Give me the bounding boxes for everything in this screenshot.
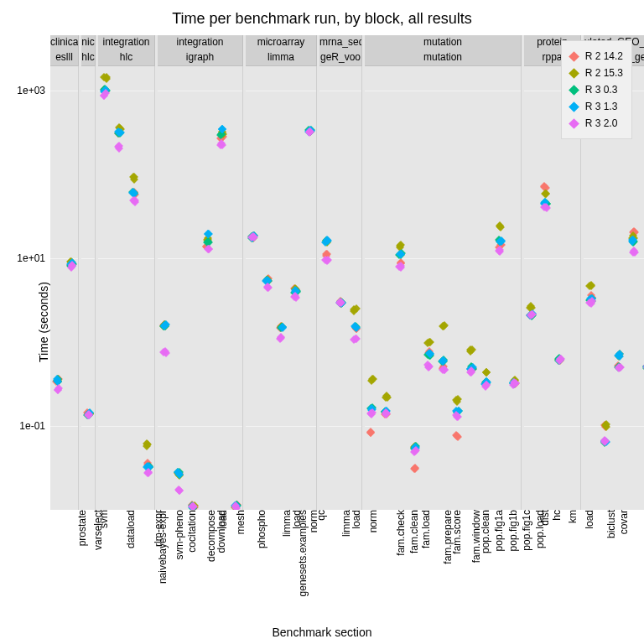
data-point <box>263 283 272 291</box>
facet-strip-bottom: hlc <box>98 50 155 66</box>
facet-strip-top: mrna_seq <box>319 35 362 51</box>
x-tick-label: svm-pheno <box>173 510 184 559</box>
legend-label: R 3 2.0 <box>585 117 618 129</box>
grid-line <box>319 91 361 91</box>
x-tick-label: pop.clean <box>480 510 491 553</box>
facet-column: integrationhlcdataloadnaivebayes-exprrlm… <box>98 35 155 510</box>
grid-line <box>365 91 521 91</box>
facet-column: nichlcsvm <box>81 35 96 510</box>
facet-column: microarraylimmagenesets.exampleslimmaloa… <box>246 35 317 510</box>
facet-panel <box>319 65 362 510</box>
facet-strip-top: integration <box>158 35 243 51</box>
x-tick-label: phospho <box>256 510 267 548</box>
facet-panel <box>98 65 155 510</box>
grid-line <box>50 426 78 427</box>
facet-strip-bottom: geR_voo <box>319 50 362 66</box>
facet-panel <box>365 65 522 510</box>
facet-panel <box>81 65 96 510</box>
facet-strip-top: clinical <box>50 35 79 51</box>
y-axis-label: Time (seconds) <box>37 282 50 362</box>
x-tick-label: fam.score <box>451 510 463 554</box>
legend-item: R 3 0.3 <box>569 81 623 98</box>
grid-line <box>158 258 242 259</box>
facet-panel <box>158 65 243 510</box>
grid-line <box>365 426 521 427</box>
x-tick-label: qc <box>315 510 327 521</box>
x-tick-label: mesh <box>234 510 246 534</box>
x-tick-label: pop.fig1a <box>492 510 504 551</box>
grid-line <box>98 426 154 427</box>
legend-label: R 2 14.2 <box>585 50 623 62</box>
grid-line <box>50 258 78 259</box>
facet-strip-top: nic <box>81 35 96 51</box>
facet-columns: clinicaleslllprostatevarselectnichlcsvmi… <box>50 35 636 510</box>
x-tick-label: load <box>584 510 595 529</box>
y-tick-label: 1e-01 <box>19 420 50 432</box>
legend-item: R 3 1.3 <box>569 98 623 115</box>
legend-swatch <box>569 68 579 79</box>
grid-line <box>524 426 580 427</box>
y-tick-label: 1e+03 <box>17 85 50 96</box>
grid-line <box>81 91 95 91</box>
facet-panel <box>50 65 79 510</box>
x-tick-label: dataload <box>125 510 137 548</box>
grid-line <box>584 426 644 427</box>
legend-item: R 2 14.2 <box>569 48 623 65</box>
facet-strip-top: integration <box>98 35 155 51</box>
x-tick-label: prostate <box>75 510 87 546</box>
x-tick-label: fam.clean <box>408 510 420 553</box>
x-tick-label: km <box>567 510 579 523</box>
facet-column: integrationigraphcocitationdecomposedown… <box>158 35 243 510</box>
x-axis-label: Benchmark section <box>0 626 644 639</box>
x-tick-label: hc <box>551 510 563 521</box>
legend-swatch <box>569 101 579 112</box>
grid-line <box>319 426 361 427</box>
x-tick-label: load <box>217 510 229 529</box>
facet-column: mrna_seqgeR_voolimmaloadnorm <box>319 35 362 510</box>
facet-strip-top: microarray <box>246 35 317 51</box>
grid-line <box>158 91 242 91</box>
legend-label: R 3 1.3 <box>585 101 618 112</box>
legend-swatch <box>569 51 579 62</box>
grid-line <box>524 258 580 259</box>
grid-line <box>81 258 95 259</box>
x-tick-label: fam.check <box>395 510 407 556</box>
data-point <box>482 368 491 377</box>
facet-strip-bottom: limma <box>246 50 317 66</box>
x-tick-label: cocitation <box>186 510 198 553</box>
x-tick-label: biclust <box>605 510 617 538</box>
grid-line <box>50 91 78 91</box>
facet-strip-bottom: hlc <box>81 50 96 66</box>
legend-item: R 3 2.0 <box>569 115 623 132</box>
y-tick-label: 1e+01 <box>17 252 50 264</box>
chart-stage: Time per benchmark run, by block, all re… <box>0 0 644 644</box>
x-tick-label: fam.load <box>420 510 432 548</box>
facet-strip-bottom: mutation <box>365 50 522 66</box>
legend: R 2 14.2R 2 15.3R 3 0.3R 3 1.3R 3 2.0 <box>561 40 632 139</box>
x-tick-label: covar <box>617 510 629 534</box>
facet-strip-top: mutation <box>365 35 522 51</box>
grid-line <box>81 426 95 427</box>
legend-label: R 2 15.3 <box>585 67 623 79</box>
x-tick-label: dist <box>539 510 551 526</box>
grid-line <box>158 426 242 427</box>
legend-item: R 2 15.3 <box>569 65 623 81</box>
grid-line <box>246 91 316 91</box>
grid-line <box>246 426 316 427</box>
legend-swatch <box>569 118 579 129</box>
x-tick-label: rlm-expr <box>153 510 164 547</box>
grid-line <box>246 258 316 259</box>
facet-column: clinicaleslllprostatevarselect <box>50 35 79 510</box>
x-tick-label: pop.fig1b <box>506 510 518 551</box>
facet-column: mutationmutationfam.checkfam.cleanfam.lo… <box>365 35 522 510</box>
grid-line <box>365 258 521 259</box>
plot-title: Time per benchmark run, by block, all re… <box>0 10 644 28</box>
x-tick-label: load <box>291 510 303 529</box>
facet-strip-bottom: igraph <box>158 50 243 66</box>
plot-area: clinicaleslllprostatevarselectnichlcsvmi… <box>50 35 636 510</box>
x-tick-label: norm <box>366 510 378 532</box>
facet-panel <box>246 65 317 510</box>
facet-strip-bottom: eslll <box>50 50 79 66</box>
grid-line <box>584 258 644 259</box>
x-tick-label: load <box>351 510 362 529</box>
